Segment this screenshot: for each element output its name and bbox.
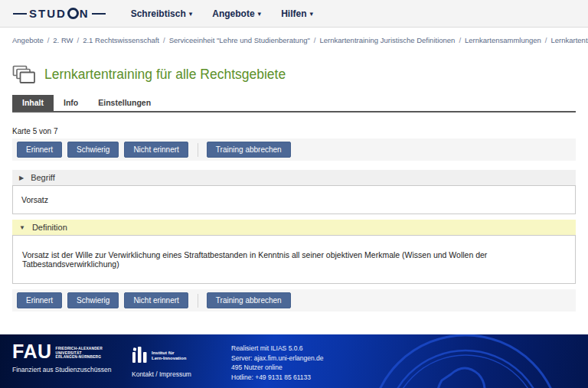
ili-name-line: Lern-Innovation [152, 356, 186, 361]
tab-einstellungen[interactable]: Einstellungen [88, 95, 161, 111]
fau-name-line: ERLANGEN-NÜRNBERG [56, 355, 103, 360]
fau-logo[interactable]: FAU FRIEDRICH-ALEXANDERUNIVERSITÄTERLANG… [12, 343, 119, 360]
breadcrumb-lernkartentraining-fuer-alle-rechtsgebiete[interactable]: Lernkartentraining für alle Rechtsgebiet… [550, 36, 588, 44]
breadcrumb-2-rw[interactable]: 2. RW [53, 36, 73, 44]
training-abbrechen-button[interactable]: Training abbrechen [207, 292, 291, 308]
top-navigation-bar: STUDN Schreibtisch▾Angebote▾Hilfen▾ [0, 0, 588, 28]
toolbar-separator [198, 143, 198, 157]
caret-down-icon: ▾ [189, 10, 193, 18]
menu-schreibtisch[interactable]: Schreibtisch▾ [131, 8, 193, 19]
tab-bar: InhaltInfoEinstellungen [12, 95, 576, 112]
nicht-erinnert-button[interactable]: Nicht erinnert [124, 142, 188, 158]
breadcrumb: Angebote/2. RW/2.1 Rechtswissenschaft/Se… [0, 28, 588, 47]
logo-dash-left [13, 13, 27, 15]
menu-label: Hilfen [281, 8, 306, 19]
ili-institute-name: Institut fürLern-Innovation [152, 351, 186, 363]
card-section-begriff: ▶BegriffVorsatz [12, 170, 576, 214]
studon-logo[interactable]: STUDN [11, 7, 108, 20]
flashcard-sections: ▶BegriffVorsatz▼DefinitionVorsatz ist de… [12, 170, 576, 284]
tab-info[interactable]: Info [54, 95, 88, 111]
card-content-begriff: Vorsatz [12, 185, 576, 214]
flashcards-icon [12, 65, 36, 84]
caret-down-icon: ▾ [258, 10, 262, 18]
svg-text:ACADEMIA FRIDERICO ALEXANDRINA: ACADEMIA FRIDERICO ALEXANDRINA [366, 381, 565, 388]
menu-angebote[interactable]: Angebote▾ [212, 8, 261, 19]
breadcrumb-separator: / [47, 36, 50, 44]
menu-hilfen[interactable]: Hilfen▾ [281, 8, 313, 19]
menu-label: Schreibtisch [131, 8, 186, 19]
menu-label: Angebote [212, 8, 254, 19]
ili-logo[interactable]: Institut fürLern-Innovation [132, 343, 214, 363]
funding-note: Finanziert aus Studienzuschüssen [12, 366, 119, 373]
page-header: Lernkartentraining für alle Rechtsgebiet… [12, 65, 576, 84]
contact-imprint-link[interactable]: Kontakt / Impressum [132, 370, 191, 378]
footer-server-info: Realisiert mit ILIAS 5.0.6Server: ajax.f… [231, 343, 323, 388]
breadcrumb-separator: / [459, 36, 461, 44]
card-section-definition: ▼DefinitionVorsatz ist der Wille zur Ver… [12, 220, 576, 284]
breadcrumb-serviceeinheit-lehre-und-studienberatung[interactable]: Serviceeinheit "Lehre und Studienberatun… [169, 36, 310, 44]
triangle-right-icon: ▶ [19, 174, 24, 181]
main-menu: Schreibtisch▾Angebote▾Hilfen▾ [131, 8, 313, 19]
accordion-title: Definition [32, 223, 67, 232]
logo-text-right: N [80, 7, 90, 20]
page-title: Lernkartentraining für alle Rechtsgebiet… [44, 67, 286, 83]
triangle-down-icon: ▼ [19, 224, 25, 231]
tab-inhalt[interactable]: Inhalt [12, 95, 54, 111]
erinnert-button[interactable]: Erinnert [17, 292, 62, 308]
card-content-definition: Vorsatz ist der Wille zur Verwirklichung… [12, 235, 576, 284]
training-abbrechen-button[interactable]: Training abbrechen [207, 142, 291, 158]
breadcrumb-separator: / [545, 36, 547, 44]
accordion-header-begriff[interactable]: ▶Begriff [12, 170, 576, 185]
ili-name-line: Institut für [152, 351, 186, 356]
logo-text-left: STUD [29, 7, 67, 20]
breadcrumb-separator: / [314, 36, 316, 44]
breadcrumb-separator: / [163, 36, 165, 44]
fau-wordmark: FAU [12, 343, 52, 360]
training-toolbar-top: ErinnertSchwierigNicht erinnertTraining … [12, 139, 576, 161]
footer-info-line: Realisiert mit ILIAS 5.0.6 [231, 344, 323, 354]
toolbar-separator [198, 294, 198, 308]
seal-text: ACADEMIA FRIDERICO ALEXANDRINA [366, 381, 565, 388]
schwierig-button[interactable]: Schwierig [67, 142, 119, 158]
breadcrumb-lernkartentraining-juristische-definitionen[interactable]: Lernkartentraining Juristische Definitio… [319, 36, 455, 44]
accordion-header-definition[interactable]: ▼Definition [12, 220, 576, 235]
footer-info-line: Server: ajax.fim.uni-erlangen.de [231, 354, 323, 364]
logo-o-ring-icon [67, 8, 79, 19]
accordion-title: Begriff [31, 173, 55, 182]
logo-dash-right [92, 13, 106, 15]
breadcrumb-angebote[interactable]: Angebote [12, 36, 44, 44]
university-seal-watermark: ACADEMIA FRIDERICO ALEXANDRINA [301, 334, 588, 388]
breadcrumb-separator: / [77, 36, 80, 44]
fau-university-name: FRIEDRICH-ALEXANDERUNIVERSITÄTERLANGEN-N… [56, 343, 103, 360]
breadcrumb-lernkartensammlungen[interactable]: Lernkartensammlungen [465, 36, 541, 44]
breadcrumb-2-1-rechtswissenschaft[interactable]: 2.1 Rechtswissenschaft [83, 36, 159, 44]
caret-down-icon: ▾ [309, 10, 313, 18]
page-footer: ACADEMIA FRIDERICO ALEXANDRINA FAU FRIED… [0, 334, 588, 388]
nicht-erinnert-button[interactable]: Nicht erinnert [124, 292, 188, 308]
footer-info-line: 495 Nutzer online [231, 363, 323, 373]
footer-ili-column: Institut fürLern-Innovation Kontakt / Im… [132, 343, 214, 388]
footer-info-line: Hotline: +49 9131 85 61133 [231, 373, 323, 383]
erinnert-button[interactable]: Erinnert [17, 142, 62, 158]
card-progress-text: Karte 5 von 7 [12, 127, 576, 135]
ili-bars-icon [132, 344, 149, 363]
schwierig-button[interactable]: Schwierig [67, 292, 119, 308]
training-toolbar-bottom: ErinnertSchwierigNicht erinnertTraining … [12, 289, 576, 311]
footer-fau-column: FAU FRIEDRICH-ALEXANDERUNIVERSITÄTERLANG… [12, 343, 119, 388]
